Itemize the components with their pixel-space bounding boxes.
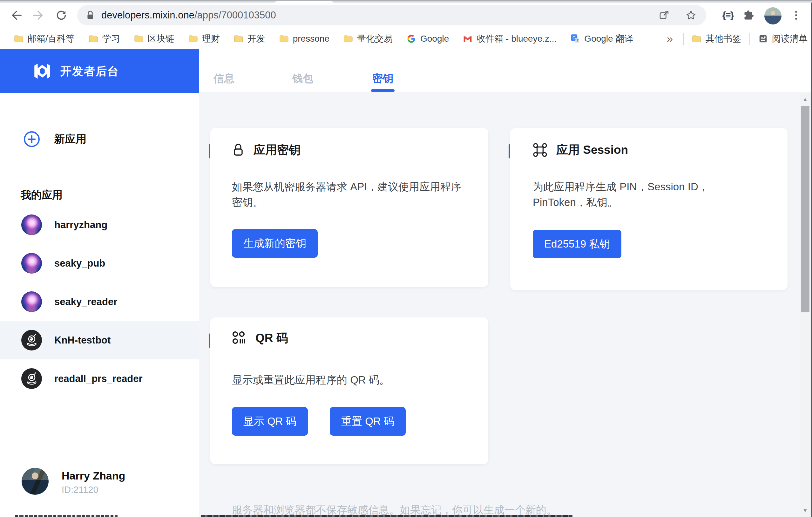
folder-icon <box>692 35 701 43</box>
reading-list-icon <box>758 34 768 44</box>
bookmarks-divider <box>749 33 750 45</box>
bookmarks-divider <box>683 33 684 45</box>
ed25519-key-button[interactable]: Ed25519 私钥 <box>533 230 621 258</box>
page-scrollbar[interactable]: ▲ ▼ <box>800 93 811 517</box>
astronaut-book-icon <box>25 372 39 386</box>
reload-button[interactable] <box>54 8 69 23</box>
card-body: 如果您从机密服务器请求 API，建议使用应用程序密钥。 <box>232 179 462 210</box>
tab-secret[interactable]: 密钥 <box>369 71 397 86</box>
other-bookmarks-folder[interactable]: 其他书签 <box>692 33 741 45</box>
google-icon <box>407 34 416 44</box>
share-icon[interactable] <box>659 10 669 21</box>
app-list: harryzhang seaky_pub seaky_reader <box>0 206 199 398</box>
app-list-item-selected[interactable]: KnH-testbot <box>0 321 199 360</box>
bookmarks-bar: 邮箱/百科等 学习 区块链 理财 开发 pressone 量化交易 <box>0 28 812 49</box>
folder-icon <box>343 35 353 43</box>
browser-toolbar: developers.mixin.one/apps/7000103500 {≡} <box>0 3 812 28</box>
cutoff-text-sliver <box>201 515 573 517</box>
app-avatar <box>21 291 42 312</box>
svg-text:G: G <box>573 35 576 40</box>
forward-button[interactable] <box>30 8 46 23</box>
browser-profile-avatar[interactable] <box>764 7 782 25</box>
card-qr-code: QR 码 显示或重置此应用程序的 QR 码。 显示 QR 码 重置 QR 码 <box>210 317 488 464</box>
card-body: 为此应用程序生成 PIN，Session ID，PinToken，私钥。 <box>533 179 738 210</box>
app-avatar <box>21 330 42 350</box>
reading-list-button[interactable]: 阅读清单 <box>758 33 808 45</box>
new-app-button[interactable]: 新应用 <box>0 129 199 150</box>
bookmark-star-icon[interactable] <box>685 9 697 21</box>
folder-icon <box>89 35 98 43</box>
extension-badge-icon[interactable]: {≡} <box>717 9 739 22</box>
astronaut-book-icon <box>25 333 39 347</box>
card-title: 应用 Session <box>556 142 628 158</box>
mixin-logo-icon <box>32 61 53 82</box>
user-avatar <box>22 468 49 495</box>
back-button[interactable] <box>9 8 24 23</box>
app-list-item[interactable]: seaky_reader <box>0 283 199 321</box>
card-app-session: 应用 Session 为此应用程序生成 PIN，Session ID，PinTo… <box>510 128 787 290</box>
reset-qr-button[interactable]: 重置 QR 码 <box>330 407 406 436</box>
user-name: Harry Zhang <box>62 470 125 482</box>
app-avatar <box>21 368 42 389</box>
my-apps-heading: 我的应用 <box>21 188 63 202</box>
show-qr-button[interactable]: 显示 QR 码 <box>232 407 308 436</box>
generate-secret-button[interactable]: 生成新的密钥 <box>232 229 318 258</box>
bookmark-label: Google <box>420 34 449 44</box>
active-tab-underline <box>371 89 395 92</box>
user-id: ID:21120 <box>62 485 125 495</box>
url-bar[interactable]: developers.mixin.one/apps/7000103500 <box>77 5 706 25</box>
bookmark-folder[interactable]: 理财 <box>188 33 220 45</box>
card-body: 显示或重置此应用程序的 QR 码。 <box>232 372 480 388</box>
url-path: /apps/7000103500 <box>195 9 276 21</box>
main-panel: 信息 钱包 密钥 应用密钥 如果您从机密服务器请求 API，建议使用应用程序密钥… <box>199 49 812 517</box>
forward-arrow-icon <box>31 8 45 22</box>
app-list-item[interactable]: seaky_pub <box>0 244 199 283</box>
bookmark-folder[interactable]: 学习 <box>89 33 120 45</box>
sidebar: 开发者后台 新应用 我的应用 harryzhang seaky_pub seak… <box>0 49 199 517</box>
folder-icon <box>134 35 144 43</box>
app-avatar <box>21 214 42 235</box>
bookmark-label: 量化交易 <box>357 33 393 45</box>
app-list-item[interactable]: readall_prs_reader <box>0 360 199 398</box>
app-list-item[interactable]: harryzhang <box>0 206 199 244</box>
bookmark-label: 理财 <box>202 33 220 45</box>
bookmark-label: 区块链 <box>148 33 174 45</box>
bookmark-gmail[interactable]: 收件箱 - blueeye.z... <box>463 33 557 45</box>
url-domain: developers.mixin.one <box>102 9 195 21</box>
bookmark-folder[interactable]: 邮箱/百科等 <box>14 33 75 45</box>
cutoff-text-sliver <box>15 515 118 517</box>
app-name: harryzhang <box>54 219 107 231</box>
window-right-edge <box>811 3 812 517</box>
bookmark-folder[interactable]: 量化交易 <box>343 33 393 45</box>
brand-title: 开发者后台 <box>60 64 119 79</box>
user-profile[interactable]: Harry Zhang ID:21120 <box>0 468 199 506</box>
folder-icon <box>188 35 198 43</box>
content-area: 应用密钥 如果您从机密服务器请求 API，建议使用应用程序密钥。 生成新的密钥 … <box>199 93 812 517</box>
browser-menu-icon[interactable] <box>792 9 801 21</box>
bookmark-folder[interactable]: pressone <box>279 34 329 44</box>
bookmark-label: Google 翻译 <box>584 33 633 45</box>
puzzle-icon <box>743 9 754 21</box>
card-title-row: 应用 Session <box>533 142 628 158</box>
card-app-secret: 应用密钥 如果您从机密服务器请求 API，建议使用应用程序密钥。 生成新的密钥 <box>210 128 488 287</box>
bookmark-folder[interactable]: 区块链 <box>134 33 174 45</box>
bookmark-folder[interactable]: 开发 <box>234 33 265 45</box>
bookmark-label: 收件箱 - blueeye.z... <box>476 33 557 45</box>
bookmark-translate[interactable]: G Google 翻译 <box>571 33 633 45</box>
bookmark-label: 开发 <box>248 33 265 45</box>
tab-wallet[interactable]: 钱包 <box>288 71 317 86</box>
folder-icon <box>279 35 289 43</box>
scrollbar-thumb[interactable] <box>801 106 809 312</box>
card-title-row: QR 码 <box>232 330 288 346</box>
scroll-up-arrow[interactable]: ▲ <box>800 93 811 106</box>
tab-info[interactable]: 信息 <box>210 71 238 86</box>
bookmark-label: 学习 <box>102 33 120 45</box>
folder-icon <box>14 35 24 43</box>
bookmark-google[interactable]: Google <box>407 34 449 44</box>
extensions-puzzle-icon[interactable] <box>741 9 756 22</box>
app-name: readall_prs_reader <box>54 373 142 384</box>
card-title-row: 应用密钥 <box>232 142 300 158</box>
bookmark-label: 阅读清单 <box>772 33 808 45</box>
bookmarks-overflow-chevron[interactable]: » <box>665 32 675 45</box>
scroll-down-arrow[interactable]: ▼ <box>800 504 811 517</box>
